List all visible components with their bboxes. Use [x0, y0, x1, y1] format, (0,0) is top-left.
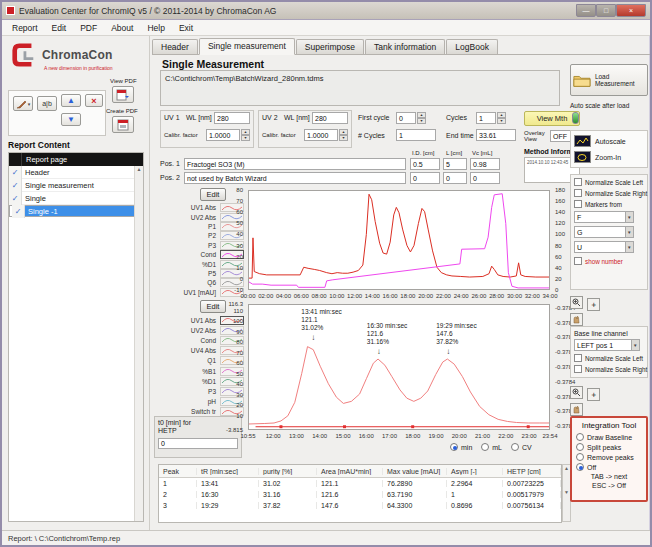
menu-help[interactable]: Help: [141, 22, 170, 34]
uv1-calibr-spinner[interactable]: ▲▼: [241, 129, 250, 141]
move-down-button[interactable]: ▼: [61, 113, 81, 126]
menu-report[interactable]: Report: [6, 22, 44, 34]
hand-icon[interactable]: [570, 313, 583, 326]
pos1-vc-input[interactable]: 0.98: [470, 158, 500, 170]
first-cycle-input[interactable]: 0: [396, 112, 416, 124]
menu-edit[interactable]: Edit: [46, 22, 73, 34]
marker-select-u[interactable]: U▼: [574, 241, 634, 253]
uv1-calibr-input[interactable]: 1.0000: [206, 129, 240, 141]
baseline-marker[interactable]: [343, 425, 346, 428]
x-tick: 26:00: [471, 293, 486, 299]
x-tick: 24:00: [454, 293, 469, 299]
integration-option-draw-baseline[interactable]: Draw Baseline: [576, 433, 642, 441]
pos1-id-input[interactable]: 0.5: [410, 158, 440, 170]
num-cycles-input[interactable]: 1: [396, 129, 436, 141]
menu-pdf[interactable]: PDF: [74, 22, 103, 34]
maximize-button[interactable]: □: [596, 4, 616, 17]
pos1-l-input[interactable]: 5: [443, 158, 467, 170]
first-cycle-label: First cycle: [358, 114, 390, 121]
report-table-scrollbar[interactable]: ▲: [134, 166, 143, 521]
plus-icon[interactable]: ＋: [587, 298, 600, 311]
x-tick: 06:00: [294, 293, 309, 299]
view-pdf-button[interactable]: [112, 86, 134, 103]
cycles-input[interactable]: 1: [476, 112, 496, 124]
peak-table-row[interactable]: 319:2937.82147.664.33000.86960.00756134: [159, 500, 561, 511]
tab-single-measurement[interactable]: Single measurement: [199, 38, 295, 55]
t0-input[interactable]: 0: [158, 438, 238, 449]
pos2-vc-input[interactable]: 0: [470, 172, 500, 184]
tab-logbook[interactable]: LogBook: [446, 39, 498, 54]
report-row-single-measurement[interactable]: ✓Single measurement: [9, 179, 143, 192]
integration-option-off[interactable]: Off: [576, 463, 642, 471]
pos2-id-input[interactable]: 0: [410, 172, 440, 184]
integration-option-split-peaks[interactable]: Split peaks: [576, 443, 642, 451]
zoom-in-button[interactable]: Zoom-In: [574, 149, 644, 165]
cycles-spinner[interactable]: ▲▼: [497, 112, 506, 124]
baseline-normalize-left-checkbox[interactable]: Normalize Scale Left: [574, 354, 644, 362]
plus-icon[interactable]: ＋: [587, 388, 600, 401]
checkbox-icon[interactable]: ✓: [9, 166, 22, 179]
pos1-name-input[interactable]: Fractogel SO3 (M): [184, 158, 406, 170]
peak-table-row[interactable]: 216:3031.16121.663.719010.00517979: [159, 489, 561, 500]
normalize-scale-left-checkbox[interactable]: Normalize Scale Left: [574, 178, 644, 186]
unit-radio-cv[interactable]: CV: [511, 443, 532, 451]
auto-scale-led-toggle[interactable]: [572, 112, 579, 124]
report-row-single[interactable]: ✓Single: [9, 192, 143, 205]
edit-pen-button[interactable]: ▾: [13, 96, 33, 111]
select-value: G: [577, 229, 582, 236]
uv1-wl-input[interactable]: 280: [214, 112, 250, 124]
show-number-checkbox[interactable]: show number: [574, 257, 644, 265]
autoscale-button[interactable]: Autoscale: [574, 133, 644, 149]
hand-icon[interactable]: [570, 403, 583, 416]
sort-ab-button[interactable]: a|b: [37, 96, 57, 111]
checkbox-icon[interactable]: ✓: [12, 205, 25, 218]
delete-page-button[interactable]: ×: [85, 94, 103, 107]
tab-header[interactable]: Header: [152, 39, 198, 54]
unit-radio-ml[interactable]: mL: [481, 443, 502, 451]
peak-annotation: 13:41 min:sec121.131.02%: [301, 308, 341, 332]
overview-chart-plot[interactable]: [248, 190, 550, 290]
unit-radio-min[interactable]: min: [450, 443, 472, 451]
tab-tank-information[interactable]: Tank information: [365, 39, 445, 54]
l-header: L [cm]: [446, 150, 462, 156]
pos2-name-input[interactable]: not used by Batch Wizard: [184, 172, 406, 184]
brand-tagline: A new dimension in purification: [44, 65, 144, 71]
report-row-single-1[interactable]: ✓Single -1: [9, 205, 143, 217]
menu-about[interactable]: About: [105, 22, 139, 34]
minimize-button[interactable]: —: [576, 4, 596, 17]
uv2-label: UV 2: [262, 114, 278, 121]
uv2-wl-input[interactable]: 280: [312, 112, 348, 124]
folder-icon: [573, 73, 591, 88]
first-cycle-spinner[interactable]: ▲▼: [417, 112, 426, 124]
baseline-marker[interactable]: [411, 425, 414, 428]
end-time-input[interactable]: 33.61: [476, 129, 516, 141]
baseline-normalize-right-checkbox[interactable]: Normalize Scale Right: [574, 365, 644, 373]
peak-table-row[interactable]: [159, 511, 561, 522]
checkbox-icon[interactable]: ✓: [9, 179, 22, 192]
uv2-calibr-input[interactable]: 1.0000: [304, 129, 338, 141]
baseline-channel-select[interactable]: LEFT pos 1▼: [574, 339, 640, 351]
baseline-marker[interactable]: [279, 425, 282, 428]
baseline-marker[interactable]: [527, 425, 530, 428]
marker-select-g[interactable]: G▼: [574, 226, 634, 238]
marker-select-f[interactable]: F▼: [574, 211, 634, 223]
move-up-button[interactable]: ▲: [61, 94, 81, 107]
single-chart-plot[interactable]: 13:41 min:sec121.131.02%↓16:30 min:sec12…: [248, 304, 550, 430]
load-measurement-button[interactable]: Load Measurement: [570, 64, 648, 96]
y-left-tick: 50: [236, 220, 243, 226]
tab-superimpose[interactable]: Superimpose: [296, 39, 364, 54]
magnifier-plus-icon[interactable]: [570, 296, 583, 309]
markers-from-checkbox[interactable]: Markers from: [574, 200, 644, 208]
close-button[interactable]: ×: [616, 4, 646, 17]
pos2-l-input[interactable]: 0: [443, 172, 467, 184]
report-row-header[interactable]: ✓Header: [9, 166, 143, 179]
auto-scale-after-load-label: Auto scale after load: [570, 102, 629, 109]
create-pdf-button[interactable]: [112, 116, 134, 133]
menu-exit[interactable]: Exit: [173, 22, 199, 34]
normalize-scale-right-checkbox[interactable]: Normalize Scale Right: [574, 189, 644, 197]
uv2-calibr-spinner[interactable]: ▲▼: [339, 129, 348, 141]
peak-table-row[interactable]: 113:4131.02121.176.28902.29640.00723225: [159, 478, 561, 489]
magnifier-plus-icon[interactable]: [570, 386, 583, 399]
checkbox-icon[interactable]: ✓: [9, 192, 22, 205]
integration-option-remove-peaks[interactable]: Remove peaks: [576, 453, 642, 461]
